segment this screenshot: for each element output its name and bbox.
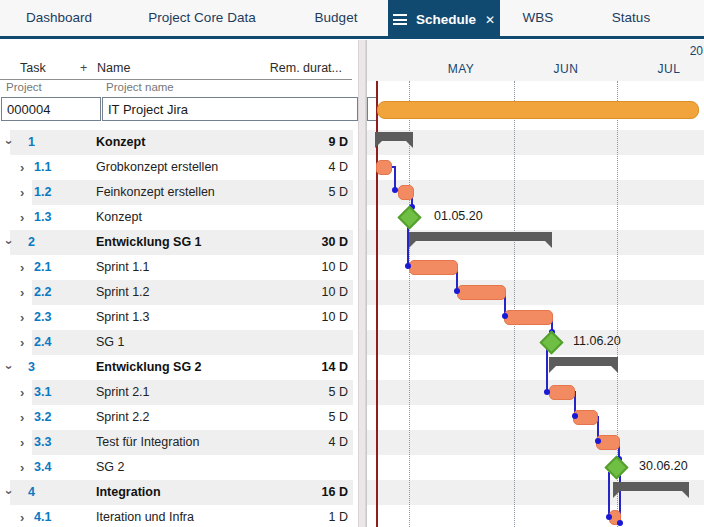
task-row[interactable]: ›2.2Sprint 1.210 D [0,280,358,305]
chevron-right-icon[interactable]: › [20,305,24,330]
summary-bar[interactable] [375,132,413,141]
project-name-input[interactable] [102,97,358,121]
task-bar[interactable] [376,160,392,175]
task-bar[interactable] [457,285,506,300]
task-row[interactable]: ›1.3Konzept [0,205,358,230]
chevron-right-icon[interactable]: › [20,380,24,405]
task-row[interactable]: ›3.4SG 2 [0,455,358,480]
tab-dashboard[interactable]: Dashboard [26,0,92,36]
project-bar[interactable] [377,101,699,119]
task-bar[interactable] [504,310,553,325]
milestone-diamond[interactable] [397,205,421,229]
panel-splitter[interactable] [358,40,366,527]
task-bar[interactable] [549,385,575,400]
task-row[interactable]: ›3Entwicklung SG 214 D [0,355,358,380]
task-name: Sprint 1.3 [96,305,150,330]
task-bar[interactable] [398,185,414,200]
task-name: Sprint 1.2 [96,280,150,305]
tab-schedule[interactable]: Schedule✕ [388,0,500,39]
task-name: SG 1 [96,330,125,355]
task-name: Entwicklung SG 2 [96,355,202,380]
column-header-duration[interactable]: Rem. durat... [270,61,342,75]
tab-status[interactable]: Status [612,0,650,36]
task-duration: 5 D [329,405,348,430]
task-duration: 14 D [322,355,348,380]
chevron-down-icon[interactable]: › [0,140,22,144]
row-stripe [32,380,353,405]
tab-project-core-data[interactable]: Project Core Data [148,0,255,36]
column-header-name[interactable]: Name [97,61,130,75]
close-icon[interactable]: ✕ [485,2,495,38]
chevron-down-icon[interactable]: › [0,365,22,369]
chevron-right-icon[interactable]: › [20,405,24,430]
task-duration: 5 D [329,180,348,205]
task-row[interactable]: ›4Integration16 D [0,480,358,505]
gantt-row-stripe [367,430,704,455]
gantt-panel: 20 MAYJUNJUL 01.05.2011.06.2030.06.20 [366,40,704,527]
chevron-right-icon[interactable]: › [20,280,24,305]
task-row[interactable]: ›2.1Sprint 1.110 D [0,255,358,280]
chevron-right-icon[interactable]: › [20,330,24,355]
dependency-dot [544,389,550,395]
task-number: 4.1 [34,505,51,527]
chevron-right-icon[interactable]: › [20,505,24,527]
task-duration: 4 D [329,155,348,180]
chevron-right-icon[interactable]: › [20,455,24,480]
gantt-row-stripe [367,130,704,155]
chevron-down-icon[interactable]: › [0,490,22,494]
milestone-date-label: 11.06.20 [573,334,621,348]
chevron-right-icon[interactable]: › [20,430,24,455]
task-row[interactable]: ›3.3Test für Integration4 D [0,430,358,455]
tab-wbs[interactable]: WBS [523,0,554,36]
task-table-panel: Task + Name Rem. durat... Project Projec… [0,40,358,527]
task-row[interactable]: ›3.1Sprint 2.15 D [0,380,358,405]
chevron-right-icon[interactable]: › [20,255,24,280]
project-code-input[interactable] [1,97,101,121]
task-number: 3 [28,355,35,380]
task-number: 1.1 [34,155,51,180]
task-duration: 9 D [329,130,348,155]
gantt-month-label: JUL [658,62,681,76]
chevron-right-icon[interactable]: › [20,155,24,180]
task-name: Konzept [96,205,142,230]
gantt-row-stripe [367,280,704,305]
task-row[interactable]: ›3.2Sprint 2.25 D [0,405,358,430]
chevron-down-icon[interactable]: › [0,240,22,244]
chevron-right-icon[interactable]: › [20,205,24,230]
task-number: 3.1 [34,380,51,405]
row-stripe [32,330,353,355]
task-row[interactable]: ›1.2Feinkonzept erstellen5 D [0,180,358,205]
task-name: Sprint 1.1 [96,255,150,280]
summary-bar[interactable] [409,232,552,241]
gantt-row-stripe [367,180,704,205]
milestone-date-label: 01.05.20 [434,209,483,223]
task-row[interactable]: ›1.1Grobkonzept erstellen4 D [0,155,358,180]
summary-bar[interactable] [613,482,689,491]
task-name: Integration [96,480,161,505]
chevron-right-icon[interactable]: › [20,180,24,205]
tab-bar: DashboardProject Core DataBudgetSchedule… [0,0,704,36]
task-bar[interactable] [409,260,458,275]
task-number: 1.3 [34,205,51,230]
tab-budget[interactable]: Budget [315,0,358,36]
task-row[interactable]: ›2Entwicklung SG 130 D [0,230,358,255]
task-number: 1 [28,130,35,155]
task-name: Test für Integration [96,430,200,455]
task-name: Iteration und Infra [96,505,194,527]
task-row[interactable]: ›4.1Iteration und Infra1 D [0,505,358,527]
project-code-label: Project [6,81,42,93]
task-row[interactable]: ›2.3Sprint 1.310 D [0,305,358,330]
task-row[interactable]: ›2.4SG 1 [0,330,358,355]
task-number: 3.3 [34,430,51,455]
hamburger-icon [393,12,407,28]
summary-bar[interactable] [549,357,618,366]
column-header-task[interactable]: Task [20,61,46,75]
add-task-button[interactable]: + [80,61,87,75]
dependency-dot [392,187,398,193]
task-number: 2.4 [34,330,51,355]
task-name: Konzept [96,130,145,155]
milestone-date-label: 30.06.20 [639,459,688,473]
task-row[interactable]: ›1Konzept9 D [0,130,358,155]
row-stripe [32,280,353,305]
task-duration: 10 D [322,280,348,305]
